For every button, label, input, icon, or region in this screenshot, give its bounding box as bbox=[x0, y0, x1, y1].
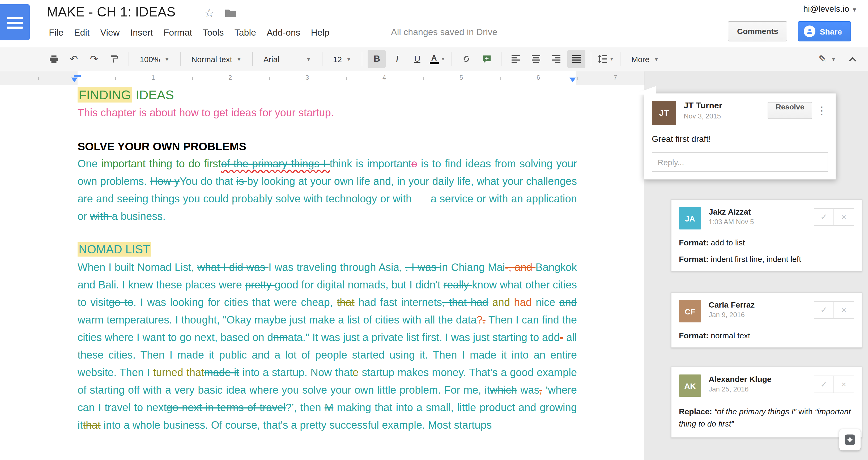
ruler-number: 3 bbox=[305, 74, 309, 81]
ruler-tick bbox=[346, 77, 347, 80]
text-run: turned that bbox=[153, 367, 204, 378]
font-size-select[interactable]: 12 ▼ bbox=[328, 50, 357, 68]
doc-paragraph: When I built Nomad List, what I did was … bbox=[78, 259, 577, 434]
document-page[interactable]: FINDING IDEAS This chapter is about how … bbox=[0, 85, 644, 460]
text-run bbox=[489, 297, 492, 308]
chevron-down-icon: ▼ bbox=[441, 56, 445, 62]
menu-format[interactable]: Format bbox=[158, 26, 197, 40]
align-right-button[interactable] bbox=[548, 50, 565, 68]
italic-button[interactable]: I bbox=[388, 50, 406, 68]
chevron-down-icon: ▼ bbox=[164, 56, 170, 62]
collapse-toolbar-button[interactable] bbox=[843, 50, 862, 68]
reply-input[interactable] bbox=[652, 152, 828, 172]
comments-button[interactable]: Comments bbox=[728, 21, 787, 41]
editing-mode-button[interactable]: ✎ ▼ bbox=[813, 50, 841, 68]
resolve-button[interactable]: Resolve bbox=[768, 102, 812, 119]
text-run: next in terms of travel bbox=[182, 402, 286, 413]
insert-comment-button[interactable] bbox=[478, 50, 496, 68]
ruler-tick bbox=[192, 77, 193, 80]
text-run: One bbox=[78, 158, 101, 170]
suggestion-text: indent first line, indent left bbox=[709, 254, 801, 264]
account-email: hi@levels.io bbox=[803, 4, 849, 13]
suggestion-line: Replace: “of the primary things I” with … bbox=[679, 405, 854, 430]
redo-button[interactable]: ↷ bbox=[85, 50, 103, 68]
document-title[interactable]: MAKE - CH 1: IDEAS bbox=[47, 4, 176, 20]
text-run: into a startup. Now that bbox=[239, 367, 353, 378]
print-button[interactable] bbox=[44, 50, 63, 68]
text-run: , bbox=[539, 384, 542, 396]
suggestion-line: Format: add to list bbox=[679, 238, 854, 247]
accept-suggestion-button[interactable]: ✓ bbox=[814, 375, 834, 393]
menu-table[interactable]: Table bbox=[229, 26, 261, 40]
text-run: a business. bbox=[112, 210, 165, 222]
align-justify-button[interactable] bbox=[567, 50, 586, 68]
undo-button[interactable]: ↶ bbox=[65, 50, 83, 68]
ruler[interactable]: 1234567 bbox=[0, 71, 644, 85]
text-run: of the primary things I bbox=[221, 158, 330, 170]
text-run: that bbox=[337, 297, 354, 308]
docs-home-menu-button[interactable] bbox=[0, 4, 30, 40]
share-button[interactable]: Share bbox=[798, 21, 851, 41]
comment-card-carla-ferraz[interactable]: CF Carla Ferraz Jan 9, 2016 ✓ × Format: … bbox=[671, 292, 862, 348]
document-content: FINDING IDEAS This chapter is about how … bbox=[0, 85, 577, 434]
text-run: think is important bbox=[330, 158, 411, 170]
kebab-menu-icon[interactable]: ⋮ bbox=[816, 104, 827, 117]
paint-format-button[interactable] bbox=[105, 50, 123, 68]
reject-suggestion-button[interactable]: × bbox=[834, 375, 854, 393]
accept-suggestion-button[interactable]: ✓ bbox=[814, 301, 834, 319]
menu-insert[interactable]: Insert bbox=[125, 26, 158, 40]
star-icon[interactable]: ☆ bbox=[204, 6, 214, 20]
avatar: JA bbox=[679, 207, 701, 229]
text-run: pretty bbox=[245, 279, 275, 290]
saved-status[interactable]: All changes saved in Drive bbox=[391, 27, 497, 38]
ruler-tick bbox=[115, 77, 116, 80]
text-run: -, and bbox=[505, 261, 535, 273]
align-center-button[interactable] bbox=[527, 50, 545, 68]
left-indent-marker[interactable] bbox=[71, 78, 78, 82]
text-color-button[interactable]: A ▼ bbox=[428, 50, 446, 68]
accept-suggestion-button[interactable]: ✓ bbox=[814, 208, 834, 226]
comment-card-alexander-kluge[interactable]: AK Alexander Kluge Jan 25, 2016 ✓ × Repl… bbox=[671, 367, 862, 438]
underline-button[interactable]: U bbox=[408, 50, 426, 68]
bold-button[interactable]: B bbox=[368, 50, 386, 68]
more-label: More bbox=[631, 55, 649, 63]
text-run: I was traveling through Asia, bbox=[269, 261, 405, 273]
text-run: . I was bbox=[405, 261, 440, 273]
hamburger-icon bbox=[7, 17, 23, 19]
menu-edit[interactable]: Edit bbox=[69, 26, 95, 40]
align-left-button[interactable] bbox=[507, 50, 525, 68]
menu-addons[interactable]: Add-ons bbox=[261, 26, 306, 40]
menu-tools[interactable]: Tools bbox=[197, 26, 229, 40]
folder-icon[interactable] bbox=[225, 8, 236, 19]
ruler-row: 1234567 bbox=[0, 71, 868, 85]
text-color-icon: A bbox=[430, 54, 438, 64]
menu-help[interactable]: Help bbox=[306, 26, 335, 40]
ruler-tick bbox=[423, 77, 424, 80]
sparkle-icon bbox=[843, 433, 856, 446]
text-run: SOLVE YOUR OWN PROBLEMS bbox=[78, 140, 246, 152]
chevron-down-icon: ▼ bbox=[609, 56, 614, 62]
comment-card-jt-turner[interactable]: JT JT Turner Nov 3, 2015 Resolve ⋮ Great… bbox=[644, 93, 836, 180]
text-run: When I built Nomad List, bbox=[78, 261, 197, 273]
doc-heading-solve-problems: SOLVE YOUR OWN PROBLEMS bbox=[78, 137, 577, 155]
explore-button[interactable] bbox=[839, 429, 861, 451]
text-run: NOMAD LIST bbox=[78, 242, 151, 256]
reject-suggestion-button[interactable]: × bbox=[834, 301, 854, 319]
right-indent-marker[interactable] bbox=[569, 78, 576, 82]
text-run: good for digital nomads, but I didn't bbox=[275, 279, 443, 290]
zoom-select[interactable]: 100% ▼ bbox=[134, 50, 175, 68]
line-spacing-button[interactable]: ▼ bbox=[597, 50, 615, 68]
insert-link-button[interactable] bbox=[458, 50, 476, 68]
menu-file[interactable]: File bbox=[43, 26, 69, 40]
account-menu[interactable]: hi@levels.io ▼ bbox=[803, 4, 857, 14]
comment-body: Great first draft! bbox=[652, 133, 828, 145]
paragraph-style-select[interactable]: Normal text ▼ bbox=[186, 50, 247, 68]
menu-view[interactable]: View bbox=[95, 26, 125, 40]
more-button[interactable]: More ▼ bbox=[626, 50, 664, 68]
reject-suggestion-button[interactable]: × bbox=[834, 208, 854, 226]
menu-bar: File Edit View Insert Format Tools Table… bbox=[43, 26, 335, 40]
font-select[interactable]: Arial ▼ bbox=[258, 50, 317, 68]
first-line-indent-marker[interactable] bbox=[74, 75, 81, 77]
comment-card-jakz-aizzat[interactable]: JA Jakz Aizzat 1:03 AM Nov 5 ✓ × Format:… bbox=[671, 199, 862, 271]
ruler-number: 7 bbox=[614, 74, 617, 81]
